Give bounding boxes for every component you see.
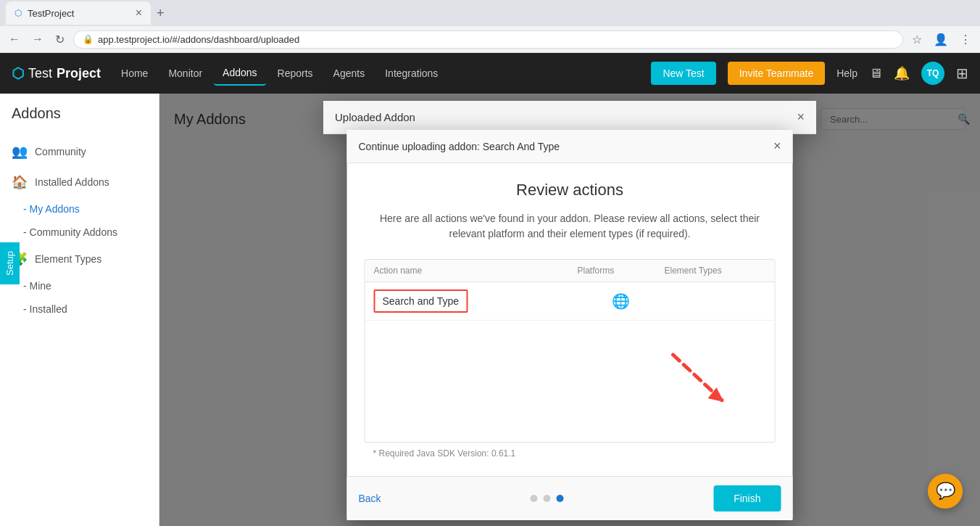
- nav-addons[interactable]: Addons: [214, 61, 265, 86]
- new-test-button[interactable]: New Test: [651, 62, 715, 85]
- review-description: Here are all actions we've found in your…: [365, 211, 776, 242]
- pagination-dots: [531, 495, 564, 502]
- table-body: Search and Type 🌐: [365, 282, 775, 442]
- back-button[interactable]: Back: [359, 493, 381, 504]
- app-logo: ⬡ TestProject: [12, 65, 101, 82]
- col-element-types: Element Types: [665, 266, 766, 276]
- dot-3: [557, 495, 564, 502]
- outer-dialog-title: Uploaded Addon: [335, 111, 415, 123]
- tab-close-icon[interactable]: ×: [136, 7, 142, 20]
- dot-1: [531, 495, 538, 502]
- chat-icon: 💬: [936, 482, 955, 501]
- tab-bar: ⬡ TestProject × +: [0, 0, 980, 26]
- finish-button[interactable]: Finish: [713, 485, 781, 511]
- nav-right: Help 🖥 🔔 TQ ⊞: [836, 62, 968, 85]
- notifications-icon[interactable]: 🔔: [894, 65, 910, 81]
- profile-icon[interactable]: 👤: [931, 30, 951, 49]
- svg-line-0: [673, 355, 724, 402]
- continue-upload-dialog: Continue uploading addon: Search And Typ…: [347, 130, 793, 520]
- sidebar-item-community-addons[interactable]: - Community Addons: [0, 221, 159, 244]
- avatar[interactable]: TQ: [921, 62, 944, 85]
- new-tab-button[interactable]: +: [151, 6, 170, 21]
- col-platforms: Platforms: [578, 266, 665, 276]
- tab-title: TestProject: [28, 8, 130, 19]
- action-name-cell: Search and Type: [374, 289, 578, 313]
- platform-cell: 🌐: [578, 292, 665, 310]
- sidebar-item-community-label: Community: [35, 146, 86, 157]
- inner-dialog-body: Review actions Here are all actions we'v…: [347, 163, 793, 476]
- sidebar: Addons 👥 Community 🏠 Installed Addons - …: [0, 94, 159, 526]
- setup-tab[interactable]: Setup: [0, 242, 20, 284]
- sidebar-item-installed-et[interactable]: - Installed: [0, 297, 159, 321]
- inner-dialog-footer: Back Finish: [347, 476, 793, 520]
- sidebar-item-mine[interactable]: - Mine: [0, 274, 159, 297]
- browser-chrome: ⬡ TestProject × + ← → ↻ 🔒 app.testprojec…: [0, 0, 980, 53]
- outer-dialog-close-button[interactable]: ×: [797, 110, 805, 125]
- svg-marker-1: [708, 387, 724, 402]
- nav-links: Home Monitor Addons Reports Agents Integ…: [112, 61, 447, 86]
- invite-teammate-button[interactable]: Invite Teammate: [728, 62, 825, 85]
- nav-reports[interactable]: Reports: [269, 62, 322, 85]
- logo-test: Test: [28, 66, 52, 81]
- logo-project: Project: [57, 66, 101, 81]
- sidebar-item-my-addons[interactable]: - My Addons: [0, 197, 159, 221]
- table-header: Action name Platforms Element Types: [365, 260, 775, 282]
- lock-icon: 🔒: [83, 34, 94, 44]
- sidebar-item-installed-addons[interactable]: 🏠 Installed Addons: [0, 167, 159, 197]
- sidebar-item-element-types[interactable]: 🧩 Element Types: [0, 244, 159, 274]
- back-button[interactable]: ←: [6, 30, 23, 49]
- installed-addons-icon: 🏠: [12, 174, 28, 190]
- inner-dialog-header: Continue uploading addon: Search And Typ…: [347, 130, 793, 163]
- nav-integrations[interactable]: Integrations: [376, 62, 447, 85]
- grid-icon[interactable]: ⊞: [956, 65, 968, 82]
- url-text: app.testproject.io/#/addons/dashboard/up…: [98, 34, 299, 45]
- sidebar-item-element-types-label: Element Types: [35, 253, 101, 265]
- app-navbar: ⬡ TestProject Home Monitor Addons Report…: [0, 53, 980, 94]
- action-name-box[interactable]: Search and Type: [374, 289, 468, 313]
- uploaded-addon-dialog: Uploaded Addon × Continue uploading addo…: [323, 101, 816, 134]
- action-name-text: Search and Type: [383, 295, 460, 307]
- main-layout: Setup Addons 👥 Community 🏠 Installed Add…: [0, 94, 980, 526]
- col-action-name: Action name: [374, 266, 578, 276]
- platform-globe-icon[interactable]: 🌐: [612, 292, 630, 310]
- inner-dialog-title: Continue uploading addon: Search And Typ…: [359, 141, 560, 152]
- browser-actions: ☆ 👤 ⋮: [909, 30, 974, 49]
- chat-button[interactable]: 💬: [928, 474, 963, 509]
- menu-icon[interactable]: ⋮: [957, 30, 974, 49]
- help-label: Help: [836, 67, 858, 79]
- refresh-button[interactable]: ↻: [52, 30, 67, 49]
- url-bar[interactable]: 🔒 app.testproject.io/#/addons/dashboard/…: [73, 30, 903, 49]
- arrow-annotation: [659, 340, 746, 427]
- active-tab[interactable]: ⬡ TestProject ×: [6, 1, 151, 25]
- nav-monitor[interactable]: Monitor: [159, 62, 211, 85]
- monitor-icon[interactable]: 🖥: [869, 66, 882, 81]
- address-bar: ← → ↻ 🔒 app.testproject.io/#/addons/dash…: [0, 26, 980, 52]
- dot-2: [544, 495, 551, 502]
- bookmark-icon[interactable]: ☆: [909, 30, 925, 49]
- content-area: My Addons 🔍 Uploaded Addon × Continue up…: [159, 94, 980, 526]
- sidebar-item-community[interactable]: 👥 Community: [0, 136, 159, 167]
- community-icon: 👥: [12, 144, 28, 160]
- review-title: Review actions: [365, 181, 776, 200]
- sidebar-item-installed-label: Installed Addons: [35, 176, 109, 188]
- forward-button[interactable]: →: [29, 30, 46, 49]
- logo-icon: ⬡: [12, 65, 24, 82]
- nav-agents[interactable]: Agents: [325, 62, 374, 85]
- sdk-note: * Required Java SDK Version: 0.61.1: [365, 443, 776, 464]
- sidebar-title: Addons: [0, 105, 159, 133]
- actions-table: Action name Platforms Element Types Sear…: [365, 259, 776, 443]
- sidebar-section: 👥 Community 🏠 Installed Addons - My Addo…: [0, 133, 159, 324]
- tab-favicon: ⬡: [14, 8, 22, 18]
- inner-dialog-close-button[interactable]: ×: [773, 139, 781, 154]
- nav-home[interactable]: Home: [112, 62, 157, 85]
- table-row: Search and Type 🌐: [365, 282, 775, 321]
